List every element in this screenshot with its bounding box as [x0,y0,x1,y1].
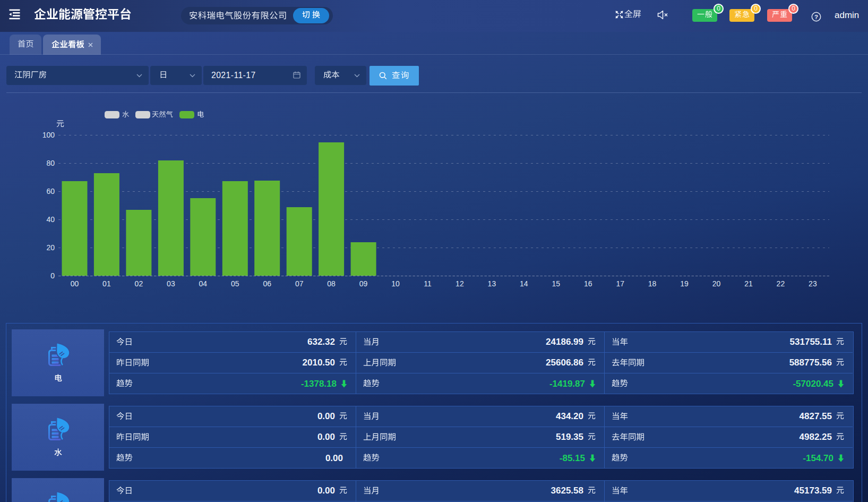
svg-text:16: 16 [584,279,592,288]
svg-text:0: 0 [50,271,55,280]
svg-text:10: 10 [391,279,400,288]
svg-text:03: 03 [167,279,175,288]
svg-text:11: 11 [424,279,432,288]
svg-text:04: 04 [199,279,208,288]
svg-text:23: 23 [809,279,817,288]
svg-text:20: 20 [712,279,721,288]
svg-text:06: 06 [263,279,271,288]
svg-text:17: 17 [616,279,624,288]
svg-text:21: 21 [744,279,753,288]
svg-text:09: 09 [359,279,368,288]
svg-text:02: 02 [135,279,143,288]
svg-text:100: 100 [42,131,55,139]
svg-text:05: 05 [231,279,239,288]
svg-text:13: 13 [488,279,496,288]
svg-text:15: 15 [552,279,560,288]
svg-text:80: 80 [46,159,55,167]
svg-text:14: 14 [520,279,528,288]
svg-text:07: 07 [295,279,304,288]
svg-text:18: 18 [648,279,657,288]
svg-text:?: ? [814,14,818,20]
svg-text:01: 01 [102,279,111,288]
svg-text:12: 12 [456,279,464,288]
svg-text:20: 20 [46,243,55,252]
svg-text:00: 00 [71,279,79,288]
svg-text:08: 08 [327,279,336,288]
svg-text:22: 22 [777,279,785,288]
svg-text:40: 40 [46,215,55,224]
svg-text:19: 19 [680,279,689,288]
svg-text:60: 60 [46,187,55,195]
